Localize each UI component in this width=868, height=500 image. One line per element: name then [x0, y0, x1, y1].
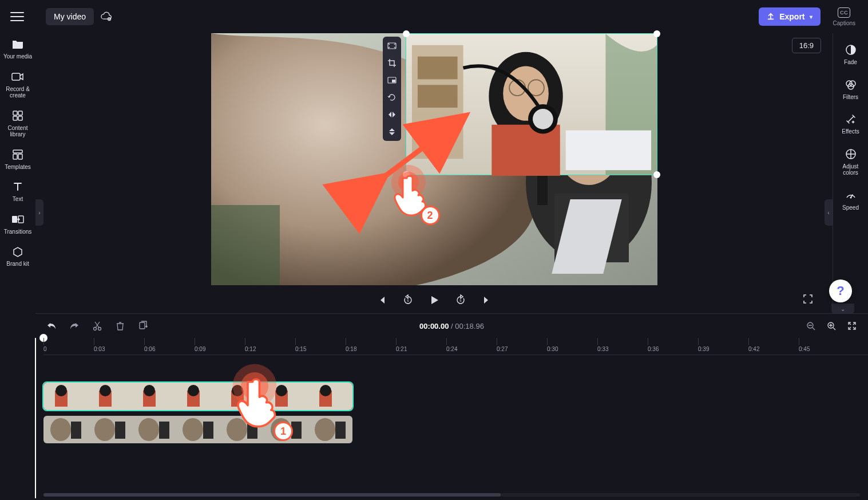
- zoom-in-button[interactable]: [826, 320, 837, 332]
- svg-point-59: [100, 385, 111, 396]
- svg-rect-74: [115, 422, 125, 439]
- resize-handle-br[interactable]: [653, 171, 660, 178]
- ruler-tick: 0:18: [346, 338, 356, 355]
- filters-icon: [845, 78, 857, 91]
- delete-button[interactable]: [114, 320, 126, 332]
- sidebar-item-content-library[interactable]: Content library: [2, 109, 34, 138]
- svg-rect-1: [12, 73, 20, 80]
- preview-area: 16:9: [35, 33, 833, 313]
- folder-icon: [11, 38, 24, 50]
- svg-rect-24: [211, 205, 280, 285]
- svg-text:5: 5: [407, 299, 409, 302]
- sidebar-item-transitions[interactable]: Transitions: [2, 213, 34, 235]
- sidebar-item-record-create[interactable]: Record & create: [2, 70, 34, 99]
- annotation-badge-2: 2: [421, 206, 440, 225]
- crop-icon[interactable]: [386, 57, 398, 69]
- help-button[interactable]: ?: [829, 279, 852, 302]
- svg-rect-31: [417, 85, 457, 108]
- resize-handle-tl[interactable]: [403, 30, 410, 37]
- cloud-sync-icon[interactable]: [101, 12, 112, 21]
- transitions-icon: [11, 213, 24, 226]
- svg-rect-4: [13, 116, 17, 120]
- picture-in-picture-clip[interactable]: [406, 33, 657, 175]
- rotate-icon[interactable]: [386, 92, 398, 103]
- pip-icon[interactable]: [386, 74, 398, 86]
- forward-5s-button[interactable]: 5: [454, 294, 467, 306]
- flip-v-icon[interactable]: [386, 126, 398, 137]
- flip-h-icon[interactable]: [386, 109, 398, 120]
- svg-point-61: [188, 385, 199, 396]
- sidebar-item-label: Your media: [3, 53, 32, 60]
- svg-point-66: [50, 418, 71, 441]
- sidebar-item-text[interactable]: Text: [2, 180, 34, 203]
- export-button[interactable]: Export ▾: [759, 7, 820, 26]
- ruler-tick: 0:21: [396, 338, 407, 355]
- current-time: 00:00.00: [419, 322, 449, 330]
- rewind-5s-button[interactable]: 5: [402, 294, 414, 306]
- split-button[interactable]: [92, 320, 103, 332]
- sidebar-item-brand-kit[interactable]: Brand kit: [2, 245, 34, 267]
- sidebar-item-label: Transitions: [4, 229, 32, 235]
- prev-frame-button[interactable]: [375, 294, 388, 306]
- preview-canvas[interactable]: 2: [211, 33, 657, 285]
- aspect-ratio-selector[interactable]: 16:9: [792, 38, 821, 53]
- scrollbar-thumb[interactable]: [43, 493, 501, 497]
- timeline-ruler[interactable]: 00:030:060:090:120:150:180:210:240:270:3…: [43, 338, 868, 355]
- track-thumbnails: [43, 383, 352, 410]
- left-sidebar: Your media Record & create Content libra…: [0, 33, 35, 500]
- svg-rect-73: [71, 422, 81, 439]
- sidebar-item-label: Fade: [844, 59, 857, 66]
- sidebar-item-adjust-colors[interactable]: Adjust colors: [835, 148, 867, 176]
- captions-label: Captions: [833, 20, 855, 26]
- zoom-fit-button[interactable]: [846, 320, 858, 332]
- svg-point-46: [98, 328, 101, 330]
- redo-button[interactable]: [69, 320, 80, 332]
- svg-rect-47: [140, 322, 145, 329]
- adjust-colors-icon: [845, 148, 857, 160]
- timeline-track-2[interactable]: [43, 416, 352, 443]
- captions-button[interactable]: CC Captions: [833, 7, 855, 26]
- sidebar-item-templates[interactable]: Templates: [2, 148, 34, 171]
- svg-text:5: 5: [459, 299, 462, 302]
- sidebar-item-label: Filters: [843, 94, 858, 101]
- play-button[interactable]: [428, 294, 441, 306]
- sidebar-item-filters[interactable]: Filters: [835, 78, 867, 101]
- project-title[interactable]: My video: [46, 8, 94, 25]
- svg-point-16: [850, 196, 851, 198]
- svg-point-69: [183, 418, 203, 441]
- menu-button[interactable]: [10, 10, 24, 23]
- sidebar-item-speed[interactable]: Speed: [835, 189, 867, 211]
- undo-button[interactable]: [46, 320, 57, 332]
- timeline-scrollbar[interactable]: [43, 493, 860, 497]
- sidebar-item-label: Record & create: [2, 86, 34, 99]
- ruler-tick: 0:45: [799, 338, 810, 355]
- sidebar-item-effects[interactable]: Effects: [835, 113, 867, 135]
- zoom-out-button[interactable]: [805, 320, 817, 332]
- fade-icon: [845, 44, 857, 56]
- sidebar-item-label: Templates: [5, 164, 31, 171]
- svg-rect-8: [18, 154, 22, 159]
- annotation-badge-1: 1: [274, 422, 293, 441]
- brand-kit-icon: [11, 245, 24, 258]
- next-frame-button[interactable]: [481, 294, 493, 306]
- upload-icon: [767, 13, 775, 21]
- fullscreen-button[interactable]: [803, 294, 815, 306]
- sidebar-item-your-media[interactable]: Your media: [2, 38, 34, 60]
- effects-icon: [845, 113, 857, 125]
- fit-icon[interactable]: [386, 40, 398, 52]
- ruler-tick: 0: [43, 338, 47, 355]
- svg-point-64: [320, 385, 331, 396]
- sidebar-item-label: Adjust colors: [835, 163, 867, 176]
- duplicate-button[interactable]: [137, 320, 149, 332]
- svg-point-60: [144, 385, 155, 396]
- annotation-hand-1: 1: [230, 372, 293, 441]
- resize-handle-tr[interactable]: [653, 30, 660, 37]
- right-panel-collapse[interactable]: ⌄: [831, 304, 854, 314]
- sidebar-item-fade[interactable]: Fade: [835, 44, 867, 66]
- timeline-track-1[interactable]: || ||: [43, 383, 352, 410]
- playhead-line: [35, 338, 36, 498]
- ruler-tick: 0:36: [648, 338, 659, 355]
- speed-icon: [845, 189, 857, 202]
- sidebar-item-label: Text: [13, 196, 23, 203]
- ruler-tick: 0:09: [195, 338, 205, 355]
